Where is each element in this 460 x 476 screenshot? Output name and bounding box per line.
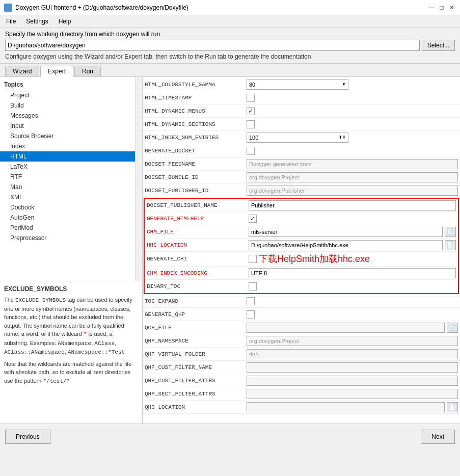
sidebar-item-autogen[interactable]: AutoGen	[0, 213, 135, 223]
title-bar-left: Doxygen GUI frontend + (D:/guohao/softwa…	[4, 4, 188, 12]
sidebar-topics-header: Topics	[0, 79, 135, 90]
value-qhp-cust-filter-attrs	[247, 376, 458, 386]
tab-run[interactable]: Run	[74, 66, 101, 76]
sidebar-item-docbook[interactable]: Docbook	[0, 202, 135, 213]
row-docset-bundle-id: DOCSET_BUNDLE_ID	[143, 171, 460, 184]
menu-file[interactable]: File	[2, 17, 20, 26]
value-binary-toc	[249, 282, 456, 290]
row-hhc-location: HHC_LOCATION 📄	[145, 239, 458, 252]
row-html-timestamp: HTML_TIMESTAMP	[143, 91, 460, 104]
checkbox-generate-chi[interactable]	[249, 255, 257, 263]
row-chm-index-encoding: CHM_INDEX_ENCODING	[145, 267, 458, 280]
value-qhg-location: 📄	[247, 402, 458, 412]
browse-qhg-location-button[interactable]: 📄	[447, 402, 458, 412]
checkbox-html-timestamp[interactable]	[247, 94, 255, 102]
tab-wizard[interactable]: Wizard	[5, 66, 39, 76]
config-scroll-area[interactable]: HTML_COLORSTYLE_GAMMA 80 ▼ HTML_TIMESTAM…	[143, 77, 460, 424]
spinbox-arrow: ⬆⬇	[339, 135, 346, 140]
sidebar-item-latex[interactable]: LaTeX	[0, 162, 135, 172]
previous-button[interactable]: Previous	[5, 430, 50, 444]
sidebar-item-preprocessor[interactable]: Preprocessor	[0, 233, 135, 243]
input-qhp-virtual-folder[interactable]	[247, 349, 458, 359]
input-docset-publisher-id[interactable]	[247, 186, 458, 196]
spinbox-html-index-num-entries[interactable]: 100 ⬆⬇	[247, 133, 348, 143]
label-html-dynamic-sections: HTML_DYNAMIC_SECTIONS	[145, 121, 247, 127]
sidebar-item-messages[interactable]: Messages	[0, 111, 135, 121]
checkbox-generate-htmlhelp[interactable]	[249, 215, 257, 223]
value-qhp-cust-filter-name	[247, 362, 458, 373]
checkbox-binary-toc[interactable]	[249, 282, 257, 290]
value-html-dynamic-menus	[247, 107, 458, 115]
input-qhg-location[interactable]	[247, 402, 445, 412]
label-docset-publisher-name: DOCSET_PUBLISHER_NAME	[147, 202, 249, 208]
row-html-dynamic-menus: HTML_DYNAMIC_MENUS	[143, 104, 460, 118]
sidebar-item-man[interactable]: Man	[0, 182, 135, 192]
row-generate-qhp: GENERATE_QHP	[143, 308, 460, 321]
row-generate-docset: GENERATE_DOCSET	[143, 144, 460, 157]
window-title: Doxygen GUI frontend + (D:/guohao/softwa…	[15, 4, 188, 11]
value-docset-bundle-id	[247, 172, 458, 182]
checkbox-toc-expand[interactable]	[247, 297, 255, 305]
value-generate-htmlhelp	[249, 215, 456, 223]
row-generate-htmlhelp: GENERATE_HTMLHELP	[145, 212, 458, 225]
input-hhc-location[interactable]	[249, 240, 443, 250]
input-docset-feedname[interactable]	[247, 159, 458, 169]
sidebar-item-index[interactable]: Index	[0, 141, 135, 151]
title-bar: Doxygen GUI frontend + (D:/guohao/softwa…	[0, 0, 460, 15]
browse-chm-file-button[interactable]: 📄	[445, 227, 456, 237]
row-html-colorstyle-gamma: HTML_COLORSTYLE_GAMMA 80 ▼	[143, 78, 460, 91]
row-chm-file: CHM_FILE 📄	[145, 225, 458, 239]
row-docset-publisher-name: DOCSET_PUBLISHER_NAME	[145, 199, 458, 212]
chinese-text-generate-chi: 下载HelpSmith加载hhc.exe	[259, 253, 370, 265]
label-docset-bundle-id: DOCSET_BUNDLE_ID	[145, 174, 247, 180]
sidebar-item-build[interactable]: Build	[0, 100, 135, 111]
sidebar-scrollbar[interactable]	[135, 77, 142, 281]
dropdown-html-colorstyle-gamma[interactable]: 80 ▼	[247, 80, 348, 90]
label-qhp-sect-filter-attrs: QHP_SECT_FILTER_ATTRS	[145, 391, 247, 397]
input-qhp-sect-filter-attrs[interactable]	[247, 389, 458, 399]
close-button[interactable]: ✕	[448, 4, 456, 12]
sidebar-item-xml[interactable]: XML	[0, 192, 135, 202]
input-qhp-cust-filter-name[interactable]	[247, 362, 458, 373]
select-dir-button[interactable]: Select...	[422, 40, 455, 51]
browse-hhc-location-button[interactable]: 📄	[445, 240, 456, 250]
value-qhp-namespace	[247, 336, 458, 346]
label-generate-htmlhelp: GENERATE_HTMLHELP	[147, 216, 249, 222]
tab-expert[interactable]: Expert	[40, 66, 73, 77]
row-qhp-cust-filter-attrs: QHP_CUST_FILTER_ATTRS	[143, 374, 460, 387]
checkbox-html-dynamic-sections[interactable]	[247, 120, 255, 128]
checkbox-generate-docset[interactable]	[247, 147, 255, 155]
label-html-index-num-entries: HTML_INDEX_NUM_ENTRIES	[145, 135, 247, 141]
workdir-input[interactable]	[5, 40, 420, 51]
checkbox-html-dynamic-menus[interactable]	[247, 107, 255, 115]
sidebar-item-rtf[interactable]: RTF	[0, 172, 135, 182]
workdir-section: Specify the working directory from which…	[0, 28, 460, 64]
minimize-button[interactable]: —	[427, 4, 436, 12]
maximize-button[interactable]: □	[438, 4, 446, 12]
row-docset-publisher-id: DOCSET_PUBLISHER_ID	[143, 184, 460, 197]
label-docset-feedname: DOCSET_FEEDNAME	[145, 161, 247, 167]
label-html-colorstyle-gamma: HTML_COLORSTYLE_GAMMA	[145, 82, 247, 88]
menu-help[interactable]: Help	[55, 17, 75, 26]
value-chm-index-encoding	[249, 268, 456, 278]
checkbox-generate-qhp[interactable]	[247, 310, 255, 319]
next-button[interactable]: Next	[421, 430, 455, 444]
input-docset-publisher-name[interactable]	[249, 200, 456, 210]
menu-settings[interactable]: Settings	[22, 17, 52, 26]
input-qch-file[interactable]	[247, 323, 445, 333]
sidebar-item-perlmod[interactable]: PerlMod	[0, 223, 135, 233]
input-docset-bundle-id[interactable]	[247, 172, 458, 182]
input-qhp-cust-filter-attrs[interactable]	[247, 376, 458, 386]
sidebar-item-input[interactable]: Input	[0, 121, 135, 131]
input-qhp-namespace[interactable]	[247, 336, 458, 346]
input-chm-index-encoding[interactable]	[249, 268, 456, 278]
browse-qch-file-button[interactable]: 📄	[447, 323, 458, 333]
label-hhc-location: HHC_LOCATION	[147, 242, 249, 248]
config-note: Configure doxygen using the Wizard and/o…	[5, 53, 455, 60]
value-html-index-num-entries: 100 ⬆⬇	[247, 133, 458, 143]
input-chm-file[interactable]	[249, 227, 443, 237]
sidebar-item-project[interactable]: Project	[0, 90, 135, 100]
label-qhp-virtual-folder: QHP_VIRTUAL_FOLDER	[145, 351, 247, 357]
sidebar-item-html[interactable]: HTML	[0, 151, 135, 162]
sidebar-item-sourcebrowser[interactable]: Source Browser	[0, 131, 135, 141]
